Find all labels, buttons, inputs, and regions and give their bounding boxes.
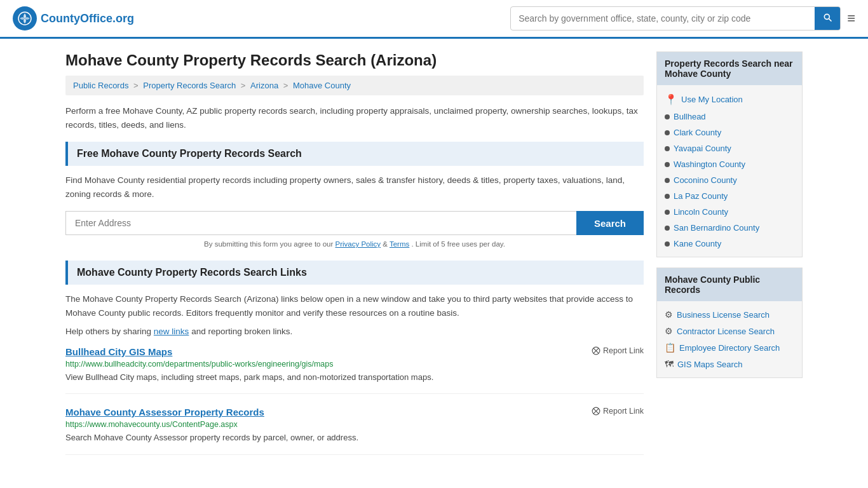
page-description: Perform a free Mohave County, AZ public …: [65, 104, 644, 132]
gear-icon-business: ⚙: [665, 309, 673, 320]
logo[interactable]: CountyOffice.org: [13, 6, 134, 30]
report-label-bullhead: Report Link: [603, 346, 644, 355]
logo-name: CountyOffice: [41, 12, 112, 25]
sidebar-item-yavapai[interactable]: Yavapai County: [657, 140, 802, 156]
main-container: Mohave County Property Records Search (A…: [53, 39, 815, 480]
pin-icon: 📍: [665, 93, 677, 105]
privacy-policy-link[interactable]: Privacy Policy: [336, 240, 381, 248]
new-links-link[interactable]: new links: [154, 327, 189, 336]
dot-icon-washington: [665, 162, 670, 167]
sidebar-item-business-license[interactable]: ⚙ Business License Search: [657, 306, 802, 323]
dot-icon-coconino: [665, 178, 670, 183]
sidebar-item-lincoln[interactable]: Lincoln County: [657, 204, 802, 220]
sidebar-link-label-lapaz: La Paz County: [674, 191, 728, 201]
disclaimer-limit: . Limit of 5 free uses per day.: [411, 240, 505, 248]
sidebar-public-records-links: ⚙ Business License Search ⚙ Contractor L…: [657, 301, 802, 377]
sidebar-item-lapaz[interactable]: La Paz County: [657, 188, 802, 204]
free-search-description: Find Mohave County residential property …: [65, 173, 644, 201]
logo-icon: [13, 6, 37, 30]
record-title-bullhead[interactable]: Bullhead City GIS Maps: [65, 346, 172, 357]
report-link-assessor[interactable]: Report Link: [592, 407, 644, 416]
sidebar-use-location[interactable]: 📍 Use My Location: [657, 90, 802, 109]
sidebar-link-label-kane: Kane County: [674, 239, 721, 248]
share-text-label: Help others by sharing: [65, 327, 151, 336]
site-header: CountyOffice.org ≡: [0, 0, 868, 39]
sidebar-link-label-clark: Clark County: [674, 128, 721, 137]
sidebar-link-label-coconino: Coconino County: [674, 175, 737, 185]
use-my-location-label: Use My Location: [681, 95, 743, 104]
record-item-header-assessor: Mohave County Assessor Property Records …: [65, 407, 644, 417]
sidebar-nearby-title: Property Records Search near Mohave Coun…: [657, 52, 802, 85]
record-item-bullhead: Bullhead City GIS Maps Report Link http:…: [65, 346, 644, 395]
address-input[interactable]: [65, 211, 576, 235]
sidebar-link-label-yavapai: Yavapai County: [674, 144, 731, 153]
hamburger-menu[interactable]: ≡: [847, 10, 855, 27]
sidebar-item-gis-maps[interactable]: 🗺 GIS Maps Search: [657, 356, 802, 372]
dot-icon-bullhead: [665, 114, 670, 119]
breadcrumb-mohave-county[interactable]: Mohave County: [293, 81, 351, 90]
breadcrumb-sep-2: >: [241, 81, 248, 90]
sidebar-item-employee-directory[interactable]: 📋 Employee Directory Search: [657, 339, 802, 356]
breadcrumb-property-records-search[interactable]: Property Records Search: [143, 81, 236, 90]
main-content: Mohave County Property Records Search (A…: [65, 51, 644, 468]
record-desc-assessor: Search Mohave County Assessor property r…: [65, 431, 644, 444]
record-url-bullhead[interactable]: http://www.bullheadcity.com/departments/…: [65, 360, 644, 369]
sidebar-public-records-title: Mohave County Public Records: [657, 268, 802, 301]
breadcrumb-public-records[interactable]: Public Records: [73, 81, 128, 90]
sidebar-link-label-washington: Washington County: [674, 159, 745, 169]
global-search-input[interactable]: [511, 8, 815, 29]
dot-icon-kane: [665, 241, 670, 247]
report-icon-assessor: [592, 407, 600, 416]
breadcrumb-sep-1: >: [133, 81, 140, 90]
address-search-button[interactable]: Search: [576, 211, 644, 235]
record-item-assessor: Mohave County Assessor Property Records …: [65, 407, 644, 455]
links-description: The Mohave County Property Records Searc…: [65, 292, 644, 320]
breadcrumb: Public Records > Property Records Search…: [65, 76, 644, 95]
sidebar-item-kane[interactable]: Kane County: [657, 236, 802, 252]
sidebar-item-bullhead[interactable]: Bullhead: [657, 109, 802, 125]
book-icon-employee: 📋: [665, 342, 675, 353]
share-text: Help others by sharing new links and rep…: [65, 327, 644, 336]
global-search-bar: [510, 6, 841, 30]
report-icon-bullhead: [592, 346, 600, 355]
record-title-assessor[interactable]: Mohave County Assessor Property Records: [65, 407, 264, 417]
sidebar-item-contractor-license[interactable]: ⚙ Contractor License Search: [657, 323, 802, 339]
dot-icon-yavapai: [665, 146, 670, 151]
global-search-button[interactable]: [815, 7, 840, 30]
record-desc-bullhead: View Bullhead City maps, including stree…: [65, 371, 644, 384]
sidebar-item-clark[interactable]: Clark County: [657, 125, 802, 140]
sidebar-public-records-section: Mohave County Public Records ⚙ Business …: [656, 268, 803, 378]
sidebar-item-washington[interactable]: Washington County: [657, 156, 802, 172]
record-item-header: Bullhead City GIS Maps Report Link: [65, 346, 644, 357]
sidebar-link-label-employee-directory: Employee Directory Search: [679, 343, 780, 353]
logo-org: .org: [112, 12, 134, 25]
disclaimer-text: By submitting this form you agree to our: [204, 240, 333, 248]
sidebar-link-label-business-license: Business License Search: [677, 310, 770, 320]
report-label-assessor: Report Link: [603, 407, 644, 416]
logo-text: CountyOffice.org: [41, 12, 134, 25]
header-right: ≡: [510, 6, 855, 30]
sidebar-link-label-contractor-license: Contractor License Search: [677, 327, 775, 336]
sidebar-link-label-bullhead: Bullhead: [674, 112, 706, 121]
map-icon-gis: 🗺: [665, 359, 674, 369]
sidebar-nearby-links: 📍 Use My Location Bullhead Clark County …: [657, 85, 802, 257]
page-title: Mohave County Property Records Search (A…: [65, 51, 644, 69]
report-link-bullhead[interactable]: Report Link: [592, 346, 644, 355]
dot-icon-san-bernardino: [665, 226, 670, 231]
terms-link[interactable]: Terms: [390, 240, 409, 248]
sidebar-item-coconino[interactable]: Coconino County: [657, 172, 802, 188]
sidebar-link-label-lincoln: Lincoln County: [674, 207, 728, 217]
breadcrumb-arizona[interactable]: Arizona: [250, 81, 278, 90]
and-reporting-text: and reporting broken links.: [191, 327, 292, 336]
search-icon: [822, 12, 832, 22]
form-disclaimer: By submitting this form you agree to our…: [65, 240, 644, 248]
links-section-header: Mohave County Property Records Search Li…: [65, 261, 644, 285]
dot-icon-lincoln: [665, 210, 670, 215]
sidebar-link-label-san-bernardino: San Bernardino County: [674, 223, 759, 233]
sidebar-item-san-bernardino[interactable]: San Bernardino County: [657, 220, 802, 236]
sidebar-link-label-gis-maps: GIS Maps Search: [677, 360, 743, 369]
address-search-form: Search: [65, 211, 644, 235]
free-search-header: Free Mohave County Property Records Sear…: [65, 142, 644, 166]
record-url-assessor[interactable]: https://www.mohavecounty.us/ContentPage.…: [65, 420, 644, 429]
dot-icon-clark: [665, 130, 670, 135]
